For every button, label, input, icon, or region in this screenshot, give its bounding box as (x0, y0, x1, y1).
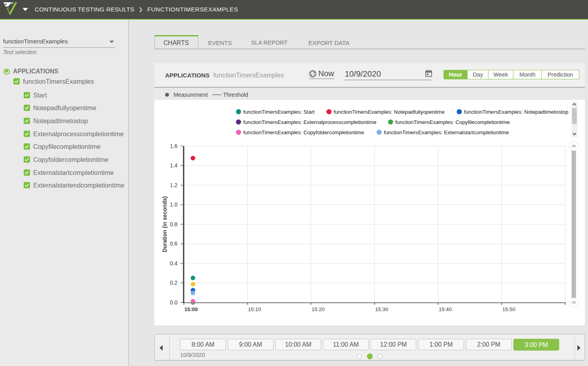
svg-text:functionTimersExamples: Extern: functionTimersExamples: Externalprocessc… (243, 119, 376, 125)
svg-text:15:30: 15:30 (375, 306, 388, 312)
svg-text:1.4: 1.4 (170, 162, 178, 169)
svg-text:15:50: 15:50 (502, 306, 515, 312)
svg-text:0.0: 0.0 (170, 299, 178, 306)
svg-text:0.8: 0.8 (170, 221, 178, 227)
svg-text:15:20: 15:20 (312, 306, 325, 312)
svg-text:functionTimersExamples: Copyfo: functionTimersExamples: Copyfoldercomple… (243, 130, 364, 135)
svg-text:15:40: 15:40 (439, 306, 452, 312)
svg-text:functionTimersExamples: Notepa: functionTimersExamples: Notepadfullyopen… (334, 109, 445, 115)
svg-text:15:10: 15:10 (248, 306, 261, 312)
svg-text:1.6: 1.6 (170, 143, 178, 149)
svg-text:0.4: 0.4 (170, 260, 178, 267)
svg-text:functionTimersExamples: Extern: functionTimersExamples: Externalstartcom… (384, 130, 509, 135)
svg-text:functionTimersExamples: Start: functionTimersExamples: Start (243, 109, 315, 115)
svg-text:Duration (in seconds): Duration (in seconds) (162, 196, 168, 252)
svg-text:functionTimersExamples: Copyfi: functionTimersExamples: Copyfilecompleti… (395, 119, 510, 125)
svg-text:1.0: 1.0 (170, 201, 178, 208)
svg-text:1.2: 1.2 (170, 182, 178, 188)
svg-text:15:00: 15:00 (184, 306, 198, 312)
svg-text:0.6: 0.6 (170, 240, 178, 247)
svg-text:0.2: 0.2 (170, 280, 178, 286)
svg-text:functionTimersExamples: Notepa: functionTimersExamples: Notepadtimetosto… (464, 109, 568, 115)
